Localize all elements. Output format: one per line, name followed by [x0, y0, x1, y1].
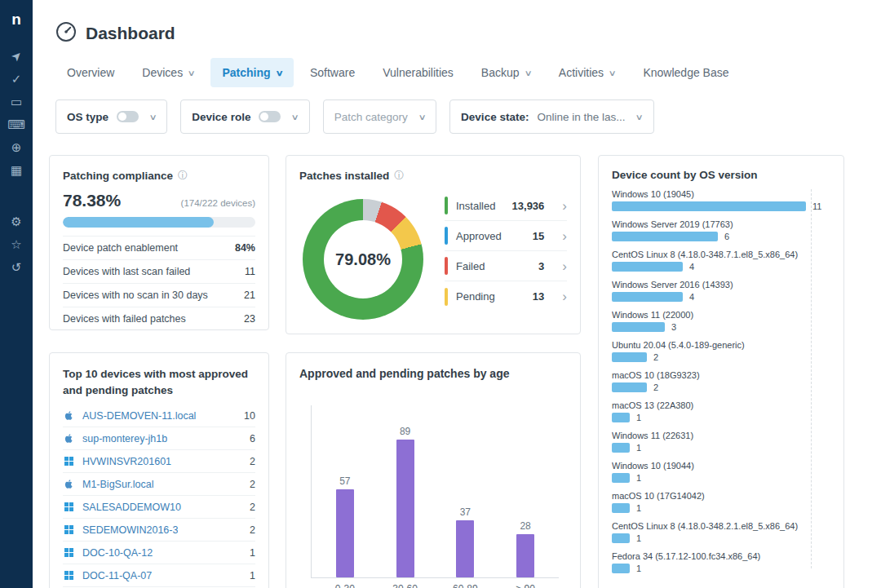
os-version-label: Windows 10 (19044)	[612, 461, 830, 471]
os-bar-row: 1	[612, 503, 830, 513]
device-patch-count: 2	[250, 524, 255, 536]
windows-icon	[63, 502, 75, 511]
legend-value: 13	[533, 290, 544, 303]
tab-knowledge-base[interactable]: Knowledge Base	[631, 58, 740, 87]
os-version-label: macOS 13 (22A380)	[612, 400, 830, 410]
os-bar-value: 3	[671, 322, 676, 332]
os-version-row: Windows Server 2019 (17763)6	[612, 219, 830, 241]
patches-body: 79.08% Installed13,936›Approved15›Failed…	[299, 186, 567, 320]
os-version-row: macOS 10 (17G14042)1	[612, 491, 830, 513]
info-icon[interactable]: ⓘ	[394, 169, 404, 183]
tab-label: Vulnerabilities	[383, 66, 454, 79]
device-link[interactable]: DOC-10-QA-12	[82, 547, 153, 559]
tab-activities[interactable]: Activities∨	[547, 58, 627, 87]
legend-item-pending[interactable]: Pending13›	[445, 281, 567, 312]
bar-value-label: 28	[520, 520, 530, 532]
os-version-title: Device count by OS version	[612, 169, 758, 181]
compliance-row-label: Device patch enablement	[63, 242, 178, 254]
tab-backup[interactable]: Backup∨	[470, 58, 542, 87]
legend-color-chip	[445, 257, 448, 275]
os-bar	[612, 503, 630, 513]
compliance-row-label: Devices with last scan failed	[63, 266, 190, 277]
app-logo[interactable]: n	[11, 11, 21, 29]
sidebar-nav: ➤✓▭⌨⊕▦⚙☆↺	[0, 50, 33, 273]
device-link[interactable]: AUS-DEMOVEN-11.local	[82, 410, 196, 422]
endpoints-icon[interactable]: ⌨	[0, 118, 33, 130]
tab-patching[interactable]: Patching∨	[210, 58, 293, 87]
os-bar-row: 4	[612, 292, 830, 302]
tab-label: Knowledge Base	[643, 66, 728, 79]
network-icon[interactable]: ⊕	[0, 141, 33, 153]
printing-icon[interactable]: ▦	[0, 164, 33, 176]
filter-device-state[interactable]: Device state:Online in the las...∨	[449, 99, 654, 134]
age-chart-title: Approved and pending patches by age	[299, 367, 509, 380]
os-version-row: Fedora 34 (5.17.12-100.fc34.x86_64)1	[612, 551, 830, 573]
device-link[interactable]: sup-monterey-jh1b	[82, 433, 167, 444]
compliance-row: Devices with failed patches23	[63, 307, 255, 330]
monitoring-icon[interactable]: ✓	[0, 73, 33, 85]
compliance-row-value: 11	[245, 266, 255, 277]
compliance-row-value: 84%	[235, 242, 255, 254]
os-version-row: CentOS Linux 8 (4.18.0-348.7.1.el8_5.x86…	[612, 250, 830, 272]
filter-os-type[interactable]: OS type∨	[55, 99, 167, 134]
legend-item-approved[interactable]: Approved15›	[445, 221, 567, 251]
history-icon[interactable]: ↺	[0, 261, 33, 273]
chevron-right-icon: ›	[562, 259, 567, 273]
age-bar	[396, 440, 414, 577]
os-bar-row: 1	[612, 413, 830, 422]
device-link[interactable]: M1-BigSur.local	[82, 479, 154, 490]
toggle-switch[interactable]	[259, 111, 281, 122]
favorites-icon[interactable]: ☆	[0, 238, 33, 250]
tab-vulnerabilities[interactable]: Vulnerabilities	[371, 58, 465, 87]
tab-label: Overview	[67, 66, 114, 79]
os-bar-row: 1	[612, 443, 830, 453]
os-bar	[612, 262, 683, 272]
legend-item-failed[interactable]: Failed3›	[445, 251, 567, 281]
os-bar	[612, 322, 665, 332]
apple-icon	[63, 478, 75, 490]
os-version-label: Windows 11 (22000)	[612, 310, 830, 320]
device-row: DOC-10-QA-121	[63, 542, 255, 564]
card-title-row: Device count by OS version	[612, 169, 830, 181]
send-icon[interactable]: ➤	[1, 40, 33, 72]
os-bar-row: 4	[612, 262, 830, 272]
os-version-row: Windows 11 (22000)3	[612, 310, 830, 332]
os-version-label: Fedora 34 (5.17.12-100.fc34.x86_64)	[612, 551, 830, 561]
legend-color-chip	[445, 227, 448, 245]
filter-patch-category[interactable]: Patch category∨	[323, 99, 436, 134]
devices-icon[interactable]: ▭	[0, 95, 33, 108]
os-bar-value: 11	[812, 201, 821, 211]
os-bar-row: 1	[612, 533, 830, 543]
device-link[interactable]: SEDEMOWIN2016-3	[82, 524, 178, 536]
os-bar-row: 6	[612, 232, 830, 241]
legend-item-installed[interactable]: Installed13,936›	[445, 191, 567, 221]
chevron-right-icon: ›	[562, 229, 567, 243]
patches-legend: Installed13,936›Approved15›Failed3›Pendi…	[445, 191, 567, 320]
legend-label: Approved	[456, 230, 502, 242]
chevron-down-icon: ∨	[149, 113, 157, 122]
settings-icon[interactable]: ⚙	[0, 215, 33, 228]
age-bar	[456, 520, 474, 577]
bar-value-label: 57	[339, 475, 350, 487]
compliance-row-label: Devices with failed patches	[63, 313, 186, 325]
os-bar-row: 11	[612, 201, 830, 211]
device-link[interactable]: DOC-11-QA-07	[82, 570, 152, 581]
toggle-switch[interactable]	[117, 111, 139, 122]
tab-devices[interactable]: Devices∨	[131, 58, 206, 87]
legend-label: Pending	[456, 290, 495, 303]
os-bar	[612, 292, 683, 302]
age-chart-x-axis: 0-3030-6060-89> 90	[312, 583, 559, 588]
top-devices-list: AUS-DEMOVEN-11.local10sup-monterey-jh1b6…	[63, 405, 255, 588]
device-link[interactable]: SALESADDEMOW10	[82, 502, 181, 513]
os-version-chart: Windows 10 (19045)11Windows Server 2019 …	[612, 189, 830, 573]
filter-bar: OS type∨Device role∨Patch category∨Devic…	[55, 99, 654, 134]
patches-installed-title: Patches installed	[299, 170, 389, 182]
age-bar	[336, 489, 354, 577]
filter-device-role[interactable]: Device role∨	[180, 99, 309, 134]
compliance-row-value: 21	[244, 290, 255, 301]
tab-overview[interactable]: Overview	[55, 58, 126, 87]
os-version-label: macOS 10 (18G9323)	[612, 370, 830, 380]
device-link[interactable]: HVWINSVR201601	[82, 456, 171, 467]
info-icon[interactable]: ⓘ	[178, 169, 188, 183]
tab-software[interactable]: Software	[299, 58, 366, 87]
